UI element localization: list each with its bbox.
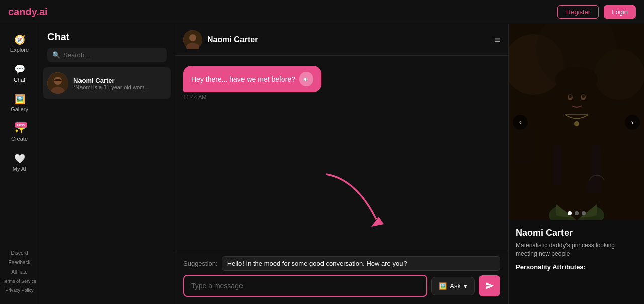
- carousel-next-button[interactable]: ›: [625, 115, 640, 130]
- sidebar-item-affiliate[interactable]: Affiliate: [0, 267, 39, 277]
- logo-text: candy: [8, 6, 36, 17]
- suggestion-bar: Suggestion: Hello! In the mood for some …: [183, 256, 500, 271]
- create-icon-wrapper: ✨ New: [14, 123, 25, 134]
- send-button[interactable]: [479, 275, 500, 296]
- myai-icon: 🤍: [14, 153, 25, 164]
- character-info: Naomi Carter Materialistic daddy's princ…: [509, 220, 644, 276]
- input-row: 🖼️ Ask ▾: [183, 275, 500, 297]
- chat-menu-button[interactable]: ≡: [494, 34, 500, 46]
- sidebar-item-chat[interactable]: 💬 Chat: [4, 59, 36, 88]
- sidebar-item-explore[interactable]: 🧭 Explore: [4, 29, 36, 58]
- sidebar-label-myai: My AI: [13, 166, 27, 172]
- chat-header-left: Naomi Carter: [183, 30, 258, 49]
- chat-item-info: Naomi Carter *Naomi is a 31-year-old wom…: [73, 77, 167, 90]
- personality-attributes-label: Personality Attributes:: [516, 263, 637, 271]
- chat-list: Naomi Carter *Naomi is a 31-year-old wom…: [39, 67, 175, 304]
- chat-panel-header: Chat 🔍: [39, 24, 175, 67]
- sidebar-label-gallery: Gallery: [11, 106, 28, 112]
- sidebar-label-chat: Chat: [14, 77, 25, 83]
- chat-main: Naomi Carter ≡ Hey there... have we met …: [175, 24, 508, 304]
- character-name: Naomi Carter: [516, 227, 637, 238]
- chat-contact-name: Naomi Carter: [207, 35, 258, 44]
- chat-input-area: Suggestion: Hello! In the mood for some …: [175, 251, 508, 304]
- list-item[interactable]: Naomi Carter *Naomi is a 31-year-old wom…: [43, 67, 171, 99]
- ask-button[interactable]: 🖼️ Ask ▾: [431, 277, 475, 295]
- sidebar-item-privacy[interactable]: Privacy Policy: [0, 286, 39, 295]
- sound-button[interactable]: [299, 72, 313, 86]
- avatar: [47, 72, 68, 94]
- new-badge: New: [15, 122, 27, 128]
- login-button[interactable]: Login: [604, 5, 636, 19]
- sidebar-label-create: Create: [11, 136, 28, 142]
- svg-point-4: [189, 34, 196, 41]
- message-bubble: Hey there... have we met before?: [183, 66, 321, 92]
- message-time: 11:44 AM: [183, 94, 500, 100]
- sidebar-item-tos[interactable]: Terms of Service: [0, 277, 39, 286]
- ask-dropdown-icon: ▾: [464, 282, 467, 290]
- sidebar-item-discord[interactable]: Discord: [0, 248, 39, 258]
- header-actions: Register Login: [557, 5, 636, 19]
- chat-list-panel: Chat 🔍 Naomi Carter *Naomi is: [39, 24, 175, 304]
- menu-lines-icon: ≡: [494, 34, 500, 45]
- chat-header-avatar: [183, 30, 202, 49]
- image-overlay: [509, 24, 644, 220]
- chat-item-preview: *Naomi is a 31-year-old wom...: [73, 84, 167, 90]
- app-logo: candy.ai: [8, 6, 48, 18]
- message-wrapper: Hey there... have we met before? 11:44 A…: [183, 66, 500, 100]
- ask-icon: 🖼️: [439, 282, 447, 290]
- character-image: ‹ ›: [509, 24, 644, 220]
- ask-label: Ask: [450, 282, 461, 290]
- character-description: Materialistic daddy's princess looking m…: [516, 241, 637, 258]
- chat-header: Naomi Carter ≡: [175, 24, 508, 56]
- chevron-left-icon: ‹: [519, 118, 522, 126]
- sidebar-bottom: Discord Feedback Affiliate Terms of Serv…: [0, 248, 39, 299]
- messages-area: Hey there... have we met before? 11:44 A…: [175, 56, 508, 251]
- carousel-dot-1[interactable]: [568, 211, 572, 215]
- gallery-icon: 🖼️: [14, 94, 25, 105]
- explore-icon: 🧭: [14, 34, 25, 45]
- sidebar-item-myai[interactable]: 🤍 My AI: [4, 148, 36, 177]
- message-input[interactable]: [184, 276, 426, 296]
- carousel-prev-button[interactable]: ‹: [513, 115, 528, 130]
- sidebar-label-explore: Explore: [10, 47, 29, 53]
- sidebar: 🧭 Explore 💬 Chat 🖼️ Gallery ✨ New Create…: [0, 24, 39, 304]
- chat-panel-title: Chat: [47, 31, 167, 43]
- chat-icon: 💬: [14, 64, 25, 75]
- app-header: candy.ai Register Login: [0, 0, 644, 24]
- sidebar-item-gallery[interactable]: 🖼️ Gallery: [4, 89, 36, 117]
- message-text: Hey there... have we met before?: [191, 75, 295, 83]
- sidebar-item-create[interactable]: ✨ New Create: [4, 118, 36, 147]
- chat-item-name: Naomi Carter: [73, 77, 167, 84]
- main-container: 🧭 Explore 💬 Chat 🖼️ Gallery ✨ New Create…: [0, 24, 644, 304]
- register-button[interactable]: Register: [557, 5, 599, 19]
- carousel-dot-3[interactable]: [582, 211, 586, 215]
- sidebar-item-feedback[interactable]: Feedback: [0, 258, 39, 267]
- chevron-right-icon: ›: [631, 118, 634, 126]
- search-icon: 🔍: [52, 51, 60, 59]
- suggestion-label: Suggestion:: [183, 260, 218, 267]
- message-input-wrapper: [183, 275, 427, 297]
- search-box[interactable]: 🔍: [47, 48, 167, 62]
- logo-ai: ai: [39, 6, 48, 17]
- right-panel: ‹ › Naomi Carter Materialistic daddy's p…: [508, 24, 644, 304]
- carousel-dots: [568, 211, 586, 215]
- carousel-dot-2[interactable]: [575, 211, 579, 215]
- search-input[interactable]: [63, 51, 162, 59]
- suggestion-text[interactable]: Hello! In the mood for some good convers…: [222, 256, 500, 271]
